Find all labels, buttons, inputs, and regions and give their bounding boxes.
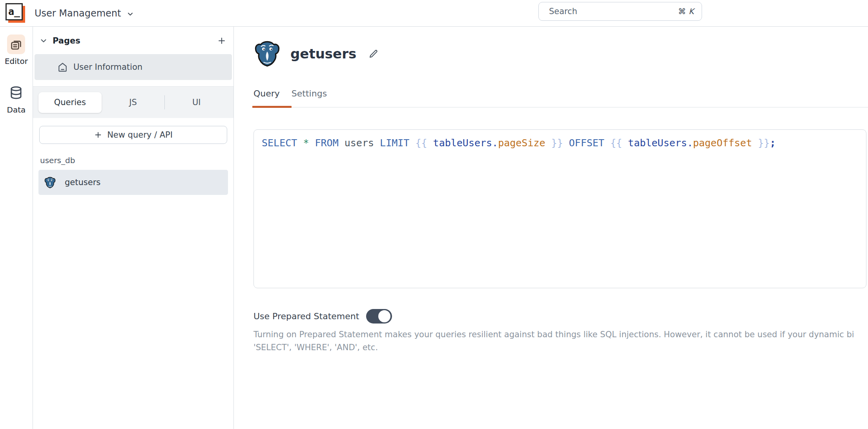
rail-item-data[interactable]: Data bbox=[7, 83, 26, 115]
postgresql-icon bbox=[44, 176, 56, 189]
segment-js-label: JS bbox=[129, 98, 137, 107]
search-box: ⌘ K bbox=[538, 2, 702, 21]
prepared-statement-label: Use Prepared Statement bbox=[253, 311, 359, 321]
query-header: getusers bbox=[253, 40, 868, 67]
entity-segment-control: Queries JS UI bbox=[33, 86, 233, 118]
rail-label-data: Data bbox=[7, 105, 26, 115]
logo-glyph: a_ bbox=[5, 3, 23, 20]
page-item-user-information[interactable]: User Information bbox=[35, 54, 232, 80]
pages-editor-icon bbox=[9, 38, 23, 51]
app-logo-button[interactable]: a_ bbox=[5, 3, 26, 24]
search-input[interactable] bbox=[539, 2, 702, 20]
prepared-statement-help: Turning on Prepared Statement makes your… bbox=[253, 328, 868, 354]
postgresql-icon bbox=[253, 40, 281, 67]
rail-item-editor[interactable]: Editor bbox=[5, 35, 28, 66]
query-tabs: Query Settings bbox=[253, 89, 868, 107]
add-page-button[interactable] bbox=[217, 36, 226, 45]
prepared-statement-toggle[interactable] bbox=[366, 309, 392, 324]
tab-query-label: Query bbox=[253, 89, 280, 98]
database-icon bbox=[9, 85, 24, 100]
chevron-down-icon bbox=[39, 36, 48, 45]
data-icon-box bbox=[7, 83, 25, 103]
plus-icon bbox=[217, 36, 226, 45]
sql-code-line: SELECT * FROM users LIMIT {{ tableUsers.… bbox=[262, 136, 866, 149]
query-editor-main: getusers Query Settings SELECT * FROM us… bbox=[234, 27, 868, 429]
segment-ui[interactable]: UI bbox=[165, 92, 228, 113]
chevron-down-icon bbox=[126, 10, 134, 18]
app-title-label: User Management bbox=[35, 8, 121, 19]
prepared-statement-help-line1: Turning on Prepared Statement makes your… bbox=[253, 328, 868, 341]
tab-query[interactable]: Query bbox=[253, 89, 280, 107]
top-bar: a_ User Management ⌘ K bbox=[0, 0, 868, 27]
pages-panel: Pages User Information Queries JS bbox=[33, 27, 234, 429]
left-rail: Editor Data bbox=[0, 27, 33, 429]
editor-icon-box bbox=[7, 35, 25, 54]
page-item-label: User Information bbox=[73, 62, 142, 72]
query-title: getusers bbox=[290, 46, 356, 62]
segment-js[interactable]: JS bbox=[102, 92, 165, 113]
rename-query-button[interactable] bbox=[368, 49, 379, 59]
tab-settings[interactable]: Settings bbox=[292, 89, 327, 107]
toggle-knob bbox=[378, 310, 390, 322]
pencil-icon bbox=[368, 49, 379, 59]
pages-panel-title: Pages bbox=[53, 36, 80, 45]
query-item-getusers[interactable]: getusers bbox=[38, 170, 228, 195]
new-query-button[interactable]: New query / API bbox=[39, 126, 227, 144]
sql-code-editor[interactable]: SELECT * FROM users LIMIT {{ tableUsers.… bbox=[253, 129, 866, 288]
workspace: Editor Data Pages bbox=[0, 27, 868, 429]
query-item-label: getusers bbox=[65, 178, 100, 187]
pages-panel-header: Pages bbox=[33, 31, 233, 50]
tab-settings-label: Settings bbox=[292, 89, 327, 98]
datasource-group-label: users_db bbox=[40, 156, 233, 165]
home-icon bbox=[57, 62, 68, 73]
prepared-statement-help-line2: 'SELECT', 'WHERE', 'AND', etc. bbox=[253, 341, 868, 354]
new-query-button-label: New query / API bbox=[107, 130, 173, 140]
segment-queries-label: Queries bbox=[54, 98, 86, 107]
rail-label-editor: Editor bbox=[5, 56, 28, 66]
prepared-statement-row: Use Prepared Statement bbox=[253, 309, 868, 324]
pages-collapse-button[interactable] bbox=[39, 36, 48, 45]
segment-queries[interactable]: Queries bbox=[38, 92, 102, 113]
plus-icon bbox=[94, 131, 102, 139]
app-title-dropdown[interactable]: User Management bbox=[35, 8, 134, 19]
segment-ui-label: UI bbox=[192, 98, 201, 107]
